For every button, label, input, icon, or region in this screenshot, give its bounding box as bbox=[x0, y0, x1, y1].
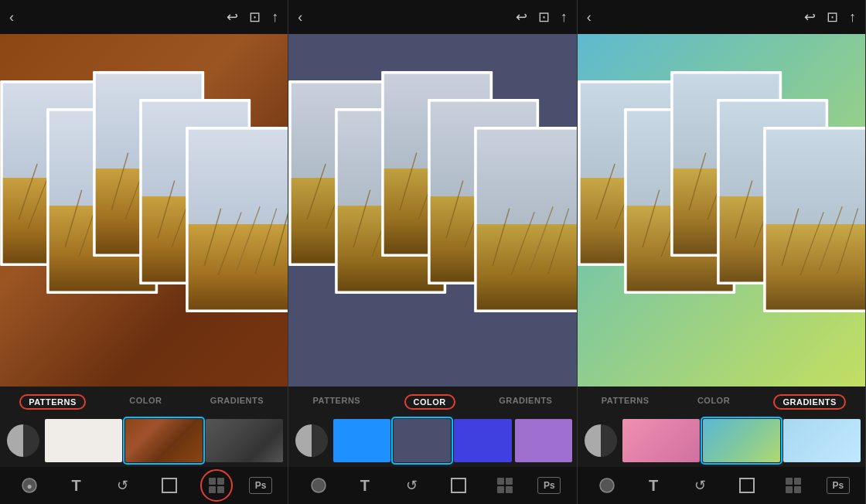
bottom-toolbar-2: T ↺ Ps bbox=[288, 467, 576, 504]
bottom-toolbar-1: ● T ↺ Ps bbox=[0, 467, 288, 504]
collage-image-1 bbox=[0, 34, 288, 387]
svg-rect-133 bbox=[794, 486, 801, 493]
tab-patterns-1[interactable]: PATTERNS bbox=[19, 394, 86, 410]
svg-rect-47 bbox=[217, 478, 224, 485]
image-area-1 bbox=[0, 34, 288, 387]
thumb-light-blue-grad[interactable] bbox=[783, 419, 861, 462]
thumb-bright-blue[interactable] bbox=[454, 419, 511, 462]
svg-rect-130 bbox=[786, 478, 793, 485]
half-circle-icon bbox=[7, 424, 39, 457]
thumb-circle-2[interactable] bbox=[293, 422, 330, 459]
dots-btn-2[interactable] bbox=[491, 472, 519, 499]
controls-1: PATTERNS COLOR GRADIENTS ● T ↺ bbox=[0, 387, 288, 504]
back-icon[interactable]: ‹ bbox=[9, 9, 14, 26]
ps-btn-2[interactable]: Ps bbox=[537, 477, 561, 494]
controls-3: PATTERNS COLOR GRADIENTS T ↺ bbox=[578, 387, 865, 504]
tab-color-3[interactable]: COLOR bbox=[693, 394, 735, 410]
svg-rect-87 bbox=[452, 478, 465, 492]
image-area-3 bbox=[578, 34, 865, 387]
dots-btn-1[interactable] bbox=[203, 472, 230, 499]
tab-patterns-3[interactable]: PATTERNS bbox=[597, 394, 654, 410]
text-btn-3[interactable]: T bbox=[639, 472, 667, 499]
svg-rect-88 bbox=[497, 478, 504, 485]
layer-btn-1[interactable]: ● bbox=[15, 472, 43, 499]
tab-color-1[interactable]: COLOR bbox=[124, 394, 166, 410]
frame-btn-2[interactable] bbox=[445, 472, 472, 499]
thumb-dark[interactable] bbox=[206, 419, 283, 462]
thumb-circle-1[interactable] bbox=[5, 422, 42, 459]
svg-rect-49 bbox=[217, 486, 224, 493]
thumb-circle-3[interactable] bbox=[582, 422, 619, 459]
thumb-slate[interactable] bbox=[394, 419, 451, 462]
layer-btn-3[interactable] bbox=[593, 472, 621, 499]
thumb-pink-grad[interactable] bbox=[622, 419, 700, 462]
frame-select-icon-2[interactable]: ⊡ bbox=[538, 9, 550, 26]
top-bar-3: ‹ ↩ ⊡ ↑ bbox=[578, 0, 865, 34]
svg-rect-123 bbox=[765, 224, 865, 309]
frame-select-icon-3[interactable]: ⊡ bbox=[827, 9, 838, 26]
image-area-2 bbox=[288, 34, 576, 387]
layer-btn-2[interactable] bbox=[305, 472, 332, 499]
tab-bar-3: PATTERNS COLOR GRADIENTS bbox=[578, 387, 865, 414]
panel-color: ‹ ↩ ⊡ ↑ bbox=[288, 0, 577, 504]
svg-rect-48 bbox=[209, 486, 216, 493]
tab-bar-2: PATTERNS COLOR GRADIENTS bbox=[288, 387, 576, 414]
svg-rect-89 bbox=[506, 478, 513, 485]
back-icon-3[interactable]: ‹ bbox=[587, 9, 592, 26]
tab-gradients-1[interactable]: GRADIENTS bbox=[206, 394, 268, 410]
undo-icon-2[interactable]: ↩ bbox=[516, 9, 527, 26]
svg-rect-90 bbox=[497, 486, 504, 493]
svg-rect-129 bbox=[740, 478, 754, 492]
svg-point-86 bbox=[312, 478, 326, 492]
share-icon-3[interactable]: ↑ bbox=[849, 9, 856, 26]
bottom-toolbar-3: T ↺ Ps bbox=[578, 467, 865, 504]
half-circle-icon-3 bbox=[585, 424, 617, 457]
collage-image-3 bbox=[578, 34, 865, 387]
collage-image-2 bbox=[288, 34, 576, 387]
top-bar-2: ‹ ↩ ⊡ ↑ bbox=[288, 0, 576, 34]
undo-icon[interactable]: ↩ bbox=[227, 9, 238, 26]
top-bar-1: ‹ ↩ ⊡ ↑ bbox=[0, 0, 288, 34]
thumb-white[interactable] bbox=[45, 419, 122, 462]
svg-rect-91 bbox=[506, 486, 513, 493]
undo-btn-2[interactable]: ↺ bbox=[397, 472, 425, 499]
thumb-blue-medium[interactable] bbox=[333, 419, 390, 462]
share-icon-2[interactable]: ↑ bbox=[561, 9, 568, 26]
tab-color-2[interactable]: COLOR bbox=[404, 394, 455, 410]
undo-icon-3[interactable]: ↩ bbox=[804, 9, 816, 26]
thumb-rust[interactable] bbox=[125, 419, 203, 462]
ps-btn-1[interactable]: Ps bbox=[249, 477, 272, 494]
svg-rect-131 bbox=[794, 478, 801, 485]
frame-select-icon[interactable]: ⊡ bbox=[249, 9, 261, 26]
tab-gradients-2[interactable]: GRADIENTS bbox=[494, 394, 557, 410]
back-icon-2[interactable]: ‹ bbox=[298, 9, 302, 26]
thumb-row-2 bbox=[288, 414, 576, 467]
undo-btn-3[interactable]: ↺ bbox=[687, 472, 714, 499]
tab-bar-1: PATTERNS COLOR GRADIENTS bbox=[0, 387, 288, 414]
half-circle-icon-2 bbox=[295, 424, 328, 457]
thumb-row-1 bbox=[0, 414, 288, 467]
svg-point-128 bbox=[600, 478, 614, 492]
frame-btn-3[interactable] bbox=[733, 472, 761, 499]
svg-rect-45 bbox=[162, 478, 176, 492]
svg-rect-46 bbox=[209, 478, 216, 485]
thumb-lavender[interactable] bbox=[515, 419, 572, 462]
share-icon[interactable]: ↑ bbox=[271, 9, 278, 26]
undo-btn-1[interactable]: ↺ bbox=[109, 472, 137, 499]
frame-btn-1[interactable] bbox=[155, 472, 183, 499]
tab-gradients-3[interactable]: GRADIENTS bbox=[773, 394, 845, 410]
svg-text:●: ● bbox=[27, 481, 32, 492]
thumb-row-3 bbox=[578, 414, 865, 467]
thumb-blue-green-grad[interactable] bbox=[703, 419, 780, 462]
text-btn-2[interactable]: T bbox=[351, 472, 379, 499]
svg-rect-132 bbox=[786, 486, 793, 493]
ps-btn-3[interactable]: Ps bbox=[827, 477, 850, 494]
svg-rect-81 bbox=[477, 224, 577, 309]
dots-btn-3[interactable] bbox=[779, 472, 807, 499]
panel-patterns: ‹ ↩ ⊡ ↑ bbox=[0, 0, 288, 504]
tab-patterns-2[interactable]: PATTERNS bbox=[309, 394, 366, 410]
panel-gradients: ‹ ↩ ⊡ ↑ bbox=[578, 0, 866, 504]
text-btn-1[interactable]: T bbox=[63, 472, 90, 499]
controls-2: PATTERNS COLOR GRADIENTS T ↺ bbox=[288, 387, 576, 504]
